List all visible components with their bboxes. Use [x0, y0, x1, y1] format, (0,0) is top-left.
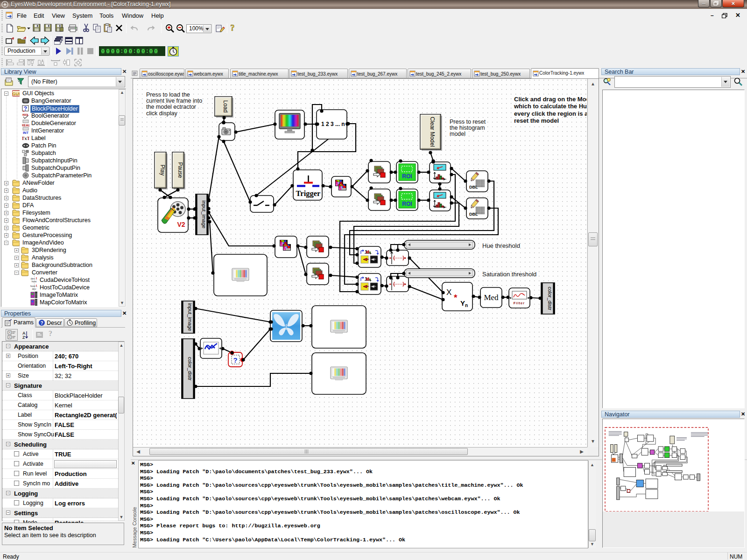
svg-text:GUI: GUI [12, 91, 20, 96]
svg-text:INT: INT [23, 131, 29, 135]
svg-text:0: 0 [149, 48, 153, 55]
svg-text:TxT: TxT [22, 136, 29, 141]
svg-text::: : [133, 48, 136, 55]
svg-text:BOOL: BOOL [22, 113, 29, 116]
svg-text:0: 0 [154, 48, 158, 55]
svg-text::: : [120, 48, 123, 55]
svg-text:Z: Z [22, 335, 25, 340]
svg-text:dev: dev [32, 287, 36, 290]
svg-text:+: + [8, 331, 10, 334]
svg-text:host: host [32, 280, 37, 283]
svg-text:0: 0 [141, 48, 145, 55]
svg-text:0: 0 [129, 48, 133, 55]
svg-text:0: 0 [111, 48, 115, 55]
svg-text:?: ? [231, 23, 235, 33]
svg-text:0: 0 [136, 48, 140, 55]
svg-text:0: 0 [101, 48, 105, 55]
svg-text:0: 0 [124, 48, 127, 55]
svg-text:REAL: REAL [22, 123, 29, 127]
svg-text:?: ? [40, 321, 43, 326]
svg-text:?: ? [24, 105, 27, 112]
svg-text:+: + [8, 336, 10, 339]
svg-text:0: 0 [116, 48, 120, 55]
svg-text::: : [146, 48, 149, 55]
svg-text:0: 0 [106, 48, 110, 55]
